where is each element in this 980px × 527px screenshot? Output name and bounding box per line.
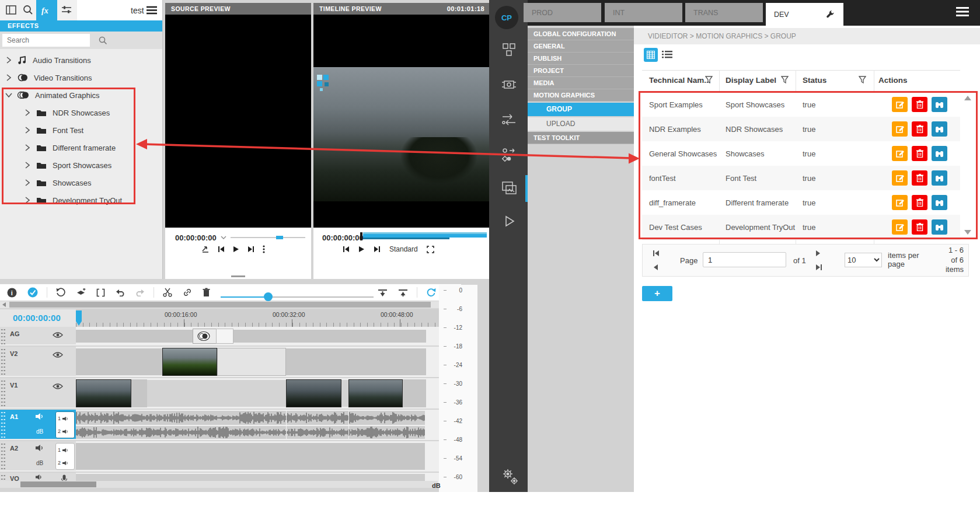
timeline-progress-sub[interactable] [363,238,449,239]
prev-frame-icon[interactable] [343,246,350,253]
play-icon[interactable] [233,246,239,253]
assets-cubes-icon[interactable] [501,42,517,57]
workflow-icon[interactable] [501,112,517,127]
audio-waveform[interactable] [76,411,425,425]
tree-item-label[interactable]: Development TryOut [53,196,122,205]
filter-icon[interactable] [705,76,713,83]
search-icon[interactable] [99,36,107,45]
loop-icon[interactable] [426,288,436,297]
tab-trans[interactable]: TRANS [685,3,763,22]
tree-item-label[interactable]: Different framerate [53,144,116,152]
chevron-right-icon[interactable] [23,162,32,169]
track-drag-handle[interactable] [0,441,5,470]
history-undo-icon[interactable] [56,288,65,297]
delete-button[interactable] [912,195,927,210]
info-icon[interactable]: i [7,288,17,298]
speaker-icon[interactable] [62,429,69,434]
preview-binoculars-button[interactable] [932,219,947,235]
track-drag-handle[interactable] [0,347,5,376]
extract-icon[interactable] [398,288,408,297]
nav-publish[interactable]: PUBLISH [528,53,634,65]
source-scrub-bar[interactable] [231,237,305,238]
table-row[interactable]: diff_framerateDifferent frameratetrue [642,190,960,215]
filter-icon[interactable] [859,76,866,83]
tree-item-label[interactable]: Font Test [53,126,83,135]
media-panel-icon[interactable] [6,5,16,15]
next-frame-icon[interactable] [247,246,254,253]
speaker-icon[interactable] [62,448,69,453]
edit-button[interactable] [892,170,908,186]
cut-icon[interactable] [163,288,172,297]
nav-media[interactable]: MEDIA [528,77,634,89]
undo-icon[interactable] [116,289,125,296]
tree-item-label[interactable]: Video Transitions [34,74,92,82]
tree-item-font-test[interactable]: Font Test [23,121,181,139]
next-page-icon[interactable] [815,250,821,256]
source-preview-video[interactable] [165,15,311,228]
add-group-button[interactable]: + [642,286,672,301]
nav-motion-graphics[interactable]: MOTION GRAPHICS [528,89,634,102]
chevron-right-icon[interactable] [23,197,32,204]
timeline-bottom-scrollbar[interactable] [0,481,438,488]
more-options-icon[interactable] [263,245,265,253]
preview-binoculars-button[interactable] [932,97,947,112]
timeline-ruler[interactable]: 00:00:16:00 00:00:32:00 00:00:48:00 [76,309,449,327]
grid-view-button[interactable] [644,48,658,62]
last-page-icon[interactable] [815,264,822,270]
column-header-actions[interactable]: Actions [878,76,908,85]
quality-selector[interactable]: Standard [389,245,418,253]
db-label[interactable]: dB [36,428,43,435]
column-header-display-label[interactable]: Display Label [726,76,776,85]
table-row[interactable]: General ShowcasesShowcasestrue [642,141,960,166]
chevron-right-icon[interactable] [23,144,32,151]
clip-segment[interactable] [403,379,426,407]
audio-waveform[interactable] [76,426,425,439]
unlink-icon[interactable] [183,288,192,297]
clip-video-thumbnail[interactable] [286,379,341,407]
search-panel-icon[interactable] [23,5,33,15]
panel-resize-handle[interactable] [231,275,245,277]
clip-segment[interactable] [217,348,286,376]
preview-binoculars-button[interactable] [932,121,947,137]
delete-icon[interactable] [203,288,210,297]
eye-icon[interactable] [53,351,63,358]
delete-button[interactable] [912,219,927,235]
add-layer-icon[interactable] [76,288,86,297]
timeline-preview-video[interactable] [313,15,489,228]
table-scroll-down-icon[interactable] [964,230,971,235]
tree-item-label[interactable]: Audio Transitions [33,56,91,65]
tree-item-label[interactable]: Showcases [53,179,91,187]
avatar[interactable]: CP [495,6,518,29]
split-view-icon[interactable] [96,288,105,297]
db-label[interactable]: dB [36,460,43,466]
clip-video-thumbnail[interactable] [162,348,217,376]
edit-button[interactable] [892,219,908,235]
chevron-right-icon[interactable] [23,109,32,116]
tree-item-video-transitions[interactable]: Video Transitions [5,69,162,86]
next-frame-icon[interactable] [374,246,381,253]
speaker-icon[interactable] [62,460,69,466]
clip-video-thumbnail[interactable] [348,379,403,407]
eye-icon[interactable] [53,331,63,338]
speaker-icon[interactable] [35,444,44,452]
preview-binoculars-button[interactable] [932,146,947,161]
progress-marker[interactable] [360,232,362,240]
nav-global-configuration[interactable]: GLOBAL CONFIGURATION [528,28,634,40]
first-page-icon[interactable] [653,250,660,256]
track-drag-handle[interactable] [0,378,5,407]
page-number-input[interactable] [703,252,786,267]
tree-item-label[interactable]: Sport Showcases [53,161,111,170]
list-view-button[interactable] [662,50,672,59]
circuit-icon[interactable] [501,77,517,92]
delete-button[interactable] [912,146,927,161]
chevron-right-icon[interactable] [23,127,32,134]
tree-item-different-framerate[interactable]: Different framerate [23,139,181,156]
nav-group[interactable]: GROUP [528,103,634,116]
edit-button[interactable] [892,195,908,210]
tree-item-label[interactable]: NDR Showcases [53,109,110,117]
preview-binoculars-button[interactable] [932,170,947,186]
clip-segment[interactable] [216,329,233,344]
fullscreen-icon[interactable] [427,246,434,253]
edit-button[interactable] [892,121,908,137]
tree-item-audio-transitions[interactable]: Audio Transitions [5,51,162,69]
